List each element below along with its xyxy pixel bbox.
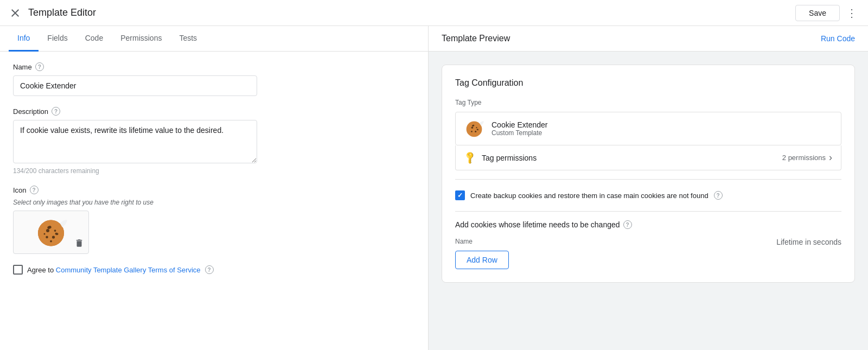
divider <box>455 179 841 180</box>
description-section: Description ? If cookie value exists, re… <box>13 107 415 175</box>
terms-checkbox[interactable] <box>13 265 23 275</box>
icon-box <box>13 211 89 254</box>
svg-point-14 <box>476 127 477 128</box>
name-help-icon[interactable]: ? <box>35 62 44 71</box>
tag-name: Cookie Extender <box>492 120 548 129</box>
permissions-left: 🔑 Tag permissions <box>464 152 537 163</box>
tabs: Info Fields Code Permissions Tests <box>0 26 428 52</box>
add-cookies-help-icon[interactable]: ? <box>623 220 632 229</box>
description-label: Description ? <box>13 107 415 116</box>
add-cookies-section: Add cookies whose lifetime needs to be c… <box>455 220 841 269</box>
terms-text: Agree to Community Template Gallery Term… <box>27 266 201 274</box>
backup-cookies-label: Create backup cookies and restore them i… <box>470 192 709 200</box>
tab-info[interactable]: Info <box>9 26 39 52</box>
right-header: Template Preview Run Code <box>429 26 868 52</box>
svg-point-6 <box>50 240 52 243</box>
tab-fields[interactable]: Fields <box>39 26 76 52</box>
top-bar: Template Editor Save ⋮ <box>0 0 868 26</box>
tab-tests[interactable]: Tests <box>170 26 206 52</box>
permissions-text: Tag permissions <box>482 154 537 162</box>
svg-point-13 <box>471 131 473 132</box>
table-headers: Name Lifetime in seconds <box>455 238 841 251</box>
top-bar-right: Save ⋮ <box>795 4 859 22</box>
svg-point-5 <box>54 230 56 232</box>
run-code-button[interactable]: Run Code <box>821 34 855 43</box>
add-row-button[interactable]: Add Row <box>455 251 509 269</box>
svg-point-2 <box>46 229 49 232</box>
tag-cookie-icon <box>464 119 484 138</box>
preview-title: Template Preview <box>442 34 510 43</box>
name-label: Name ? <box>13 62 415 71</box>
permissions-count: 2 permissions <box>782 154 826 162</box>
top-bar-left: Template Editor <box>9 7 96 20</box>
left-panel: Info Fields Code Permissions Tests Name … <box>0 26 429 350</box>
svg-point-12 <box>475 131 476 132</box>
svg-point-11 <box>471 126 474 129</box>
tag-type-row: Cookie Extender Custom Template <box>455 112 841 145</box>
cookie-icon <box>35 216 67 249</box>
terms-row: Agree to Community Template Gallery Term… <box>13 265 415 275</box>
left-content: Name ? Description ? If cookie value exi… <box>0 52 428 350</box>
key-icon: 🔑 <box>462 150 477 166</box>
save-button[interactable]: Save <box>795 5 840 21</box>
right-panel: Template Preview Run Code Tag Configurat… <box>429 26 868 350</box>
tab-permissions[interactable]: Permissions <box>112 26 170 52</box>
icon-label: Icon ? <box>13 186 415 194</box>
main-layout: Info Fields Code Permissions Tests Name … <box>0 26 868 350</box>
col-name-header: Name <box>455 238 733 246</box>
card-title: Tag Configuration <box>455 78 841 88</box>
backup-cookies-row: Create backup cookies and restore them i… <box>455 188 841 202</box>
close-button[interactable] <box>9 7 22 20</box>
icon-help-icon[interactable]: ? <box>30 186 39 194</box>
more-options-button[interactable]: ⋮ <box>844 4 859 22</box>
svg-point-4 <box>46 236 48 239</box>
permissions-row[interactable]: 🔑 Tag permissions 2 permissions › <box>455 145 841 170</box>
tag-name-block: Cookie Extender Custom Template <box>492 120 548 137</box>
name-section: Name ? <box>13 62 415 96</box>
char-count: 134/200 characters remaining <box>13 167 415 175</box>
svg-point-7 <box>44 233 46 235</box>
col-lifetime-header: Lifetime in seconds <box>733 238 841 246</box>
backup-cookies-checkbox[interactable] <box>455 190 465 200</box>
add-cookies-title: Add cookies whose lifetime needs to be c… <box>455 220 841 229</box>
svg-point-3 <box>52 236 55 238</box>
backup-cookies-help-icon[interactable]: ? <box>714 191 723 200</box>
terms-link[interactable]: Community Template Gallery Terms of Serv… <box>56 266 201 274</box>
tag-config-card: Tag Configuration Tag Type <box>442 65 855 283</box>
name-input[interactable] <box>13 75 257 96</box>
page-title: Template Editor <box>28 7 96 18</box>
chevron-right-icon: › <box>829 152 832 163</box>
icon-section: Icon ? Select only images that you have … <box>13 186 415 254</box>
divider-2 <box>455 211 841 212</box>
delete-icon-button[interactable] <box>74 238 84 250</box>
permissions-right: 2 permissions › <box>782 152 832 163</box>
tab-code[interactable]: Code <box>76 26 112 52</box>
right-content: Tag Configuration Tag Type <box>429 52 868 296</box>
icon-note: Select only images that you have the rig… <box>13 199 415 206</box>
description-textarea[interactable]: If cookie value exists, rewrite its life… <box>13 120 257 163</box>
svg-point-10 <box>467 122 482 137</box>
tag-type-label: Tag Type <box>455 99 841 106</box>
terms-help-icon[interactable]: ? <box>205 265 214 274</box>
description-help-icon[interactable]: ? <box>52 107 60 116</box>
tag-sub: Custom Template <box>492 129 548 137</box>
